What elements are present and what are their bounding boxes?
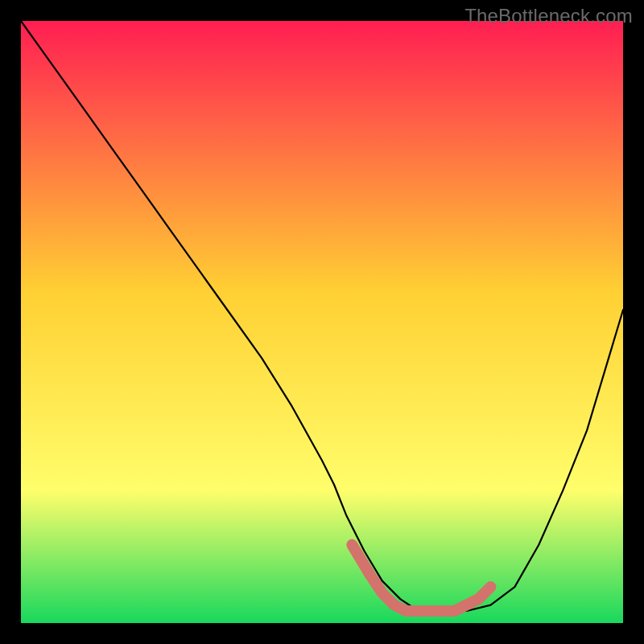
gradient-background	[21, 21, 623, 623]
chart-svg	[21, 21, 623, 623]
plot-area	[21, 21, 623, 623]
chart-frame: TheBottleneck.com	[0, 0, 644, 644]
watermark-text: TheBottleneck.com	[464, 5, 633, 27]
